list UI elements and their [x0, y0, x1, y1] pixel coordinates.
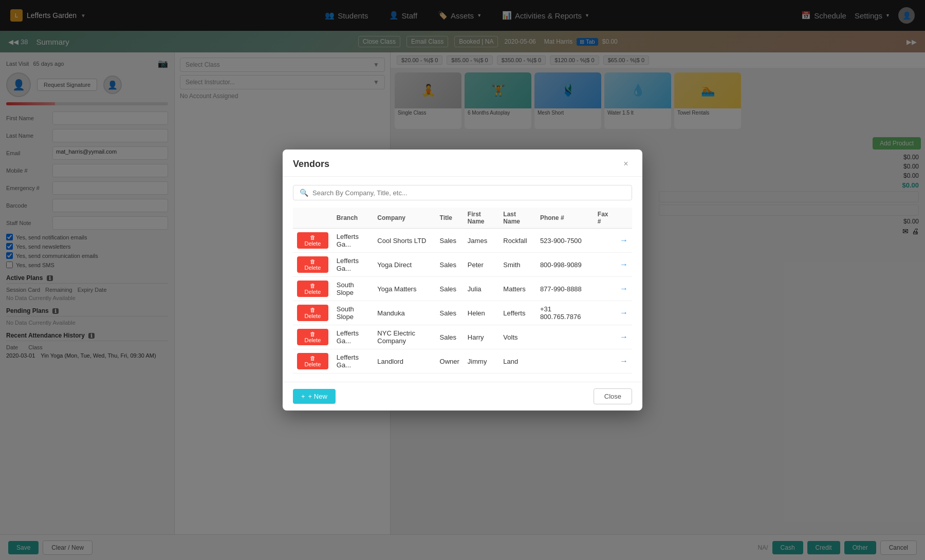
plus-icon: + [301, 393, 305, 400]
search-bar: 🔍 [293, 185, 632, 200]
cell-lastname-0: Rockfall [499, 229, 536, 253]
delete-btn-3[interactable]: 🗑 Delete [297, 305, 328, 321]
cell-lastname-3: Lefferts [499, 301, 536, 325]
col-header-phone: Phone # [536, 208, 594, 229]
cell-title-3: Sales [436, 301, 464, 325]
cell-branch-0: Lefferts Ga... [332, 229, 374, 253]
cell-branch-1: Lefferts Ga... [332, 253, 374, 277]
cell-company-0: Cool Shorts LTD [373, 229, 435, 253]
navigate-btn-4[interactable]: → [620, 332, 628, 342]
cell-lastname-1: Smith [499, 253, 536, 277]
cell-fax-2 [594, 277, 616, 301]
cell-lastname-5: Land [499, 349, 536, 374]
cell-title-5: Owner [436, 349, 464, 374]
table-row: 🗑 Delete Lefferts Ga... Landlord Owner J… [293, 349, 632, 374]
search-input[interactable] [312, 189, 625, 197]
col-header-first-name: First Name [464, 208, 499, 229]
new-vendor-btn[interactable]: + + New [293, 389, 336, 404]
cell-company-5: Landlord [373, 349, 435, 374]
cell-phone-5 [536, 349, 594, 374]
cell-fax-5 [594, 349, 616, 374]
cell-firstname-4: Harry [464, 325, 499, 349]
delete-btn-2[interactable]: 🗑 Delete [297, 281, 328, 297]
col-header-nav [616, 208, 632, 229]
cell-fax-4 [594, 325, 616, 349]
cell-fax-1 [594, 253, 616, 277]
cell-phone-1: 800-998-9089 [536, 253, 594, 277]
cell-phone-2: 877-990-8888 [536, 277, 594, 301]
modal-title: Vendors [293, 159, 329, 170]
cell-company-4: NYC Electric Company [373, 325, 435, 349]
cell-firstname-0: James [464, 229, 499, 253]
modal-footer: + + New Close [283, 382, 642, 410]
cell-branch-4: Lefferts Ga... [332, 325, 374, 349]
cell-title-4: Sales [436, 325, 464, 349]
cell-fax-0 [594, 229, 616, 253]
navigate-btn-0[interactable]: → [620, 236, 628, 245]
cell-company-3: Manduka [373, 301, 435, 325]
vendors-table: Branch Company Title First Name Last Nam… [293, 208, 632, 374]
delete-btn-1[interactable]: 🗑 Delete [297, 256, 328, 273]
cell-fax-3 [594, 301, 616, 325]
table-row: 🗑 Delete South Slope Manduka Sales Helen… [293, 301, 632, 325]
delete-btn-0[interactable]: 🗑 Delete [297, 232, 328, 249]
cell-branch-3: South Slope [332, 301, 374, 325]
cell-title-0: Sales [436, 229, 464, 253]
cell-lastname-4: Volts [499, 325, 536, 349]
table-row: 🗑 Delete Lefferts Ga... Yoga Direct Sale… [293, 253, 632, 277]
cell-company-2: Yoga Matters [373, 277, 435, 301]
cell-firstname-3: Helen [464, 301, 499, 325]
cell-phone-4 [536, 325, 594, 349]
col-header-company: Company [373, 208, 435, 229]
cell-title-1: Sales [436, 253, 464, 277]
cell-firstname-5: Jimmy [464, 349, 499, 374]
cell-phone-0: 523-900-7500 [536, 229, 594, 253]
cell-lastname-2: Matters [499, 277, 536, 301]
cell-firstname-2: Julia [464, 277, 499, 301]
cell-firstname-1: Peter [464, 253, 499, 277]
modal-body: 🔍 Branch Company Title First Name Last N… [283, 177, 642, 382]
vendors-modal: Vendors × 🔍 Branch Company Title First N… [283, 150, 642, 410]
navigate-btn-1[interactable]: → [620, 260, 628, 269]
cell-company-1: Yoga Direct [373, 253, 435, 277]
delete-btn-4[interactable]: 🗑 Delete [297, 329, 328, 345]
navigate-btn-2[interactable]: → [620, 284, 628, 293]
modal-close-btn[interactable]: × [620, 158, 632, 170]
table-row: 🗑 Delete South Slope Yoga Matters Sales … [293, 277, 632, 301]
navigate-btn-3[interactable]: → [620, 308, 628, 318]
modal-header: Vendors × [283, 150, 642, 177]
col-header-branch: Branch [332, 208, 374, 229]
cell-branch-5: Lefferts Ga... [332, 349, 374, 374]
navigate-btn-5[interactable]: → [620, 357, 628, 366]
cell-phone-3: +31 800.765.7876 [536, 301, 594, 325]
col-header-actions [293, 208, 332, 229]
search-icon: 🔍 [300, 189, 308, 197]
table-row: 🗑 Delete Lefferts Ga... NYC Electric Com… [293, 325, 632, 349]
col-header-last-name: Last Name [499, 208, 536, 229]
cell-title-2: Sales [436, 277, 464, 301]
delete-btn-5[interactable]: 🗑 Delete [297, 353, 328, 369]
cell-branch-2: South Slope [332, 277, 374, 301]
modal-close-footer-btn[interactable]: Close [594, 388, 632, 404]
col-header-fax: Fax # [594, 208, 616, 229]
col-header-title: Title [436, 208, 464, 229]
table-row: 🗑 Delete Lefferts Ga... Cool Shorts LTD … [293, 229, 632, 253]
